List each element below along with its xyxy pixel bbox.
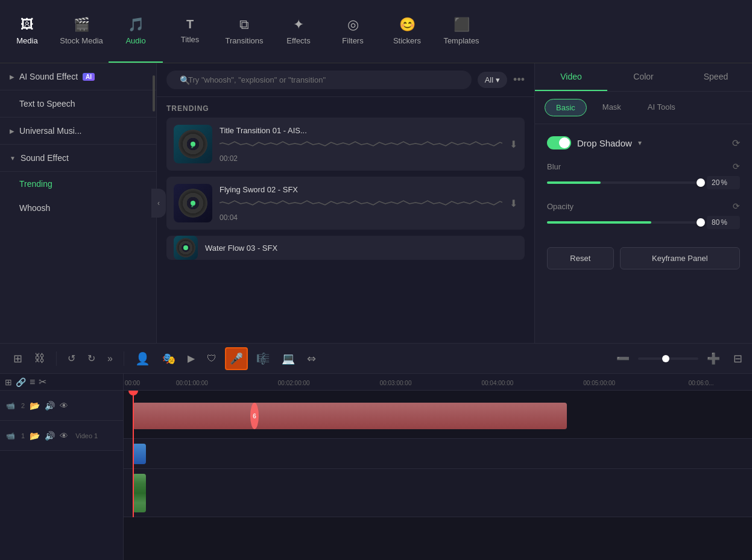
track-2-folder-btn[interactable]: 📂 bbox=[30, 401, 40, 411]
expand-arrow-icon: ▼ bbox=[10, 155, 16, 162]
main-clip[interactable] bbox=[133, 403, 567, 429]
zoom-in-button[interactable]: ➕ bbox=[703, 348, 724, 369]
blur-reset-icon[interactable]: ⟳ bbox=[733, 162, 740, 171]
audio-item-3[interactable]: Water Flow 03 - SFX bbox=[166, 236, 525, 260]
drop-shadow-expand-icon[interactable]: ▾ bbox=[638, 139, 642, 147]
zoom-out-button[interactable]: ➖ bbox=[613, 348, 633, 369]
sidebar-sub-item-whoosh[interactable]: Whoosh bbox=[0, 196, 156, 220]
nav-media[interactable]: 🖼 Media bbox=[0, 0, 54, 63]
nav-templates[interactable]: ⬛ Templates bbox=[434, 0, 488, 63]
toolbar-separator-2 bbox=[124, 351, 124, 366]
track-row-video1 bbox=[124, 469, 752, 517]
tab-video[interactable]: Video bbox=[535, 63, 607, 91]
avatar-button[interactable]: 👤 bbox=[131, 348, 154, 370]
audio-title-3: Water Flow 03 - SFX bbox=[205, 244, 517, 253]
filters-icon: ◎ bbox=[347, 17, 359, 33]
opacity-slider-thumb[interactable] bbox=[697, 218, 705, 227]
audio-track-button[interactable]: 🎼 bbox=[253, 348, 273, 369]
nav-stickers[interactable]: 😊 Stickers bbox=[380, 0, 434, 63]
audio-item-1[interactable]: ♪ Title Transition 01 - AIS... 00:02 ⬇ bbox=[166, 118, 525, 171]
filter-all-button[interactable]: All ▾ bbox=[478, 72, 507, 88]
drop-shadow-toggle[interactable] bbox=[547, 136, 571, 149]
audio-thumb-3 bbox=[174, 236, 198, 260]
screen-record-button[interactable]: 💻 bbox=[278, 348, 299, 369]
add-media-button[interactable]: ⊞ bbox=[10, 348, 26, 369]
keyframe-panel-button[interactable]: Keyframe Panel bbox=[620, 247, 740, 269]
tab-color[interactable]: Color bbox=[607, 63, 680, 91]
nav-audio[interactable]: 🎵 Audio bbox=[109, 0, 163, 63]
captions-btn[interactable]: ≡ bbox=[30, 377, 35, 388]
video1-clip[interactable] bbox=[133, 474, 146, 512]
opacity-slider-row: 80 % bbox=[547, 216, 740, 229]
more-actions-button[interactable]: » bbox=[104, 350, 116, 368]
center-panel: 🔍 All ▾ ••• TRENDING ♪ bbox=[157, 63, 535, 343]
subtab-mask[interactable]: Mask bbox=[592, 99, 632, 116]
mask-button[interactable]: 🛡 bbox=[203, 350, 220, 368]
drop-shadow-reset-icon[interactable]: ⟳ bbox=[732, 137, 740, 149]
collapse-panel-button[interactable]: ‹ bbox=[151, 189, 166, 218]
text-to-speech-label: Text to Speech bbox=[10, 99, 75, 109]
opacity-slider-fill bbox=[547, 221, 651, 224]
timeline-ruler: 00:00 00:01:00:00 00:02:00:00 00:03:00:0… bbox=[124, 374, 752, 391]
track-2-audio-btn[interactable]: 🔊 bbox=[45, 401, 55, 411]
layer2-clip[interactable] bbox=[133, 444, 146, 464]
collapse-arrow2-icon: ▶ bbox=[10, 128, 14, 134]
nav-stock-media[interactable]: 🎬 Stock Media bbox=[54, 0, 109, 63]
reset-button[interactable]: Reset bbox=[547, 247, 614, 269]
download-button-2[interactable]: ⬇ bbox=[510, 198, 517, 209]
link-tracks-btn[interactable]: 🔗 bbox=[16, 377, 26, 387]
camera-effects-button[interactable]: 🎭 bbox=[159, 348, 179, 369]
audio-item-2[interactable]: ♪ Flying Sword 02 - SFX 00:04 ⬇ bbox=[166, 177, 525, 230]
sidebar-item-text-to-speech[interactable]: Text to Speech bbox=[0, 90, 156, 118]
ai-sound-effect-label: AI Sound Effect bbox=[19, 72, 78, 81]
subtab-ai-tools[interactable]: AI Tools bbox=[637, 99, 686, 116]
play-button[interactable]: ▶ bbox=[184, 349, 198, 368]
nav-titles[interactable]: T Titles bbox=[163, 0, 217, 63]
opacity-reset-icon[interactable]: ⟳ bbox=[733, 201, 740, 211]
playhead[interactable] bbox=[133, 391, 134, 517]
opacity-value-box: 80 % bbox=[707, 216, 740, 229]
connect-clip-button[interactable]: ⛓ bbox=[31, 348, 49, 368]
track-row-main: 6 bbox=[124, 391, 752, 439]
sidebar-item-ai-sound-effect[interactable]: ▶ AI Sound Effect AI bbox=[0, 63, 156, 90]
music-note-icon-2: ♪ bbox=[190, 197, 196, 210]
ai-badge: AI bbox=[83, 73, 95, 81]
track-1-folder-btn[interactable]: 📂 bbox=[30, 431, 40, 441]
subtab-basic[interactable]: Basic bbox=[545, 99, 587, 116]
nav-filters[interactable]: ◎ Filters bbox=[326, 0, 380, 63]
nav-transitions[interactable]: ⧉ Transitions bbox=[217, 0, 271, 63]
sidebar-item-universal-music[interactable]: ▶ Universal Musi... bbox=[0, 118, 156, 145]
ruler-mark-0: 00:00 bbox=[124, 377, 141, 388]
tab-speed[interactable]: Speed bbox=[680, 63, 752, 91]
undo-button[interactable]: ↺ bbox=[64, 349, 79, 368]
track-1-eye-btn[interactable]: 👁 bbox=[60, 431, 68, 441]
zoom-slider-thumb bbox=[662, 355, 669, 362]
blur-row: Blur ⟳ 20 % bbox=[547, 162, 740, 189]
track-2-number: 2 bbox=[21, 402, 25, 409]
effects-icon: ✦ bbox=[293, 17, 304, 33]
add-video-track-btn[interactable]: ⊞ bbox=[5, 377, 12, 387]
redo-button[interactable]: ↻ bbox=[84, 349, 99, 368]
nav-effects[interactable]: ✦ Effects bbox=[271, 0, 326, 63]
download-button-1[interactable]: ⬇ bbox=[510, 139, 517, 150]
ruler-mark-5: 00:05:00:00 bbox=[548, 377, 650, 388]
track-1-audio-btn[interactable]: 🔊 bbox=[45, 431, 55, 441]
blur-slider-fill bbox=[547, 181, 601, 184]
zoom-slider[interactable] bbox=[638, 357, 698, 360]
ai-trim-btn[interactable]: ✂ bbox=[39, 376, 46, 388]
sidebar-item-sound-effect[interactable]: ▼ Sound Effect bbox=[0, 145, 156, 172]
more-options-button[interactable]: ••• bbox=[513, 74, 525, 86]
blur-slider[interactable] bbox=[547, 181, 701, 184]
audio-title-1: Title Transition 01 - AIS... bbox=[220, 126, 502, 135]
track-1-video-label: Video 1 bbox=[75, 432, 98, 439]
opacity-slider[interactable] bbox=[547, 221, 701, 224]
microphone-button[interactable]: 🎤 bbox=[225, 347, 248, 370]
chevron-left-icon: ‹ bbox=[157, 199, 160, 207]
sidebar-sub-item-trending[interactable]: Trending bbox=[0, 172, 156, 196]
vinyl-disc-3 bbox=[176, 238, 195, 257]
timeline-settings-button[interactable]: ⊟ bbox=[733, 352, 742, 365]
track-2-eye-btn[interactable]: 👁 bbox=[60, 401, 68, 411]
swap-button[interactable]: ⇔ bbox=[303, 348, 320, 369]
blur-slider-thumb[interactable] bbox=[697, 178, 705, 187]
search-input[interactable] bbox=[166, 71, 472, 89]
